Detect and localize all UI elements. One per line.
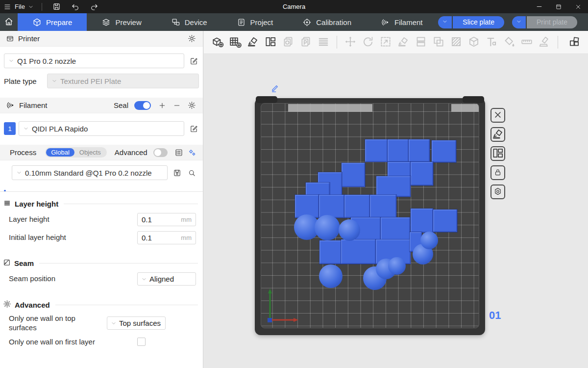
layer-height-input[interactable]: 0.1 mm — [137, 213, 196, 226]
arrange-plate-button[interactable] — [490, 146, 505, 161]
process-preset-select[interactable]: 0.10mm Standard @Q1 Pro 0.2 nozzle — [12, 165, 168, 180]
plate-type-select[interactable]: Textured PEI Plate — [47, 74, 199, 88]
home-button[interactable] — [0, 13, 18, 31]
object-stack-button[interactable] — [315, 33, 332, 51]
model-cube[interactable] — [409, 139, 430, 162]
model-sphere[interactable] — [388, 257, 406, 275]
tab-preview[interactable]: Preview — [87, 13, 156, 31]
save-preset-button[interactable] — [172, 167, 182, 178]
arrange-button[interactable] — [262, 33, 279, 51]
one-wall-top-select[interactable]: Top surfaces — [107, 316, 166, 330]
add-filament-button[interactable] — [157, 100, 168, 111]
print-plate-dropdown[interactable] — [512, 16, 526, 28]
support-paint-button[interactable] — [536, 33, 553, 51]
view-all-settings-button[interactable] — [174, 147, 184, 158]
file-menu[interactable]: File — [4, 3, 34, 11]
model-sphere[interactable] — [420, 232, 438, 249]
remove-filament-button[interactable] — [172, 100, 182, 111]
viewport-3d[interactable]: 01 — [204, 54, 588, 368]
support-icon — [538, 35, 551, 50]
scale-button[interactable] — [377, 33, 394, 51]
tab-filament[interactable]: Filament — [366, 13, 438, 31]
model-cube[interactable] — [319, 240, 342, 264]
redo-button[interactable] — [87, 1, 101, 12]
add-primitive-button[interactable] — [209, 33, 226, 51]
model-cube[interactable] — [433, 210, 457, 232]
one-wall-top-label: Only one wall on top surfaces — [9, 314, 107, 333]
advanced-toggle[interactable] — [153, 148, 168, 157]
auto-orient-button[interactable] — [244, 33, 262, 51]
model-cube[interactable] — [376, 176, 411, 197]
paste-button[interactable] — [297, 33, 315, 51]
model-cube[interactable] — [365, 139, 388, 162]
auto-orient-plate-button[interactable] — [490, 127, 505, 142]
build-plate[interactable] — [255, 98, 485, 335]
model-cube[interactable] — [319, 195, 344, 218]
delete-plate-button[interactable] — [490, 108, 505, 123]
edit-printer-button[interactable] — [188, 55, 199, 66]
seal-toggle[interactable] — [134, 101, 151, 110]
arrange-icon — [491, 147, 504, 161]
maximize-button[interactable] — [549, 0, 568, 13]
model-cube[interactable] — [381, 217, 410, 241]
undo-button[interactable] — [69, 1, 82, 12]
slice-plate-button[interactable]: Slice plate — [453, 16, 504, 28]
copy-button[interactable] — [279, 33, 297, 51]
filament-icon — [6, 101, 15, 110]
text-button[interactable] — [483, 33, 500, 51]
search-settings-button[interactable] — [186, 167, 197, 178]
boolean-button[interactable] — [430, 33, 447, 51]
rotate-button[interactable] — [359, 33, 377, 51]
model-cube[interactable] — [411, 162, 433, 185]
model-sphere[interactable] — [315, 215, 340, 240]
edit-filament-button[interactable] — [188, 123, 199, 134]
filament-preset-select[interactable]: QIDI PLA Rapido — [19, 121, 184, 136]
scope-objects-option[interactable]: Objects — [74, 148, 106, 157]
fill-button[interactable] — [447, 33, 465, 51]
save-button[interactable] — [50, 1, 64, 12]
plate-type-label: Plate type — [4, 77, 47, 85]
parameter-settings-button[interactable] — [188, 147, 197, 158]
measure-button[interactable] — [518, 33, 536, 51]
model-sphere[interactable] — [319, 264, 343, 288]
add-plate-button[interactable] — [226, 33, 244, 51]
plate-settings-button[interactable] — [490, 184, 505, 199]
model-cube[interactable] — [411, 209, 433, 233]
cut-button[interactable] — [465, 33, 483, 51]
model-sphere[interactable] — [339, 219, 360, 241]
one-wall-first-layer-checkbox[interactable] — [137, 338, 146, 346]
lay-on-face-button[interactable] — [394, 33, 412, 51]
model-cube[interactable] — [344, 195, 370, 218]
model-cube[interactable] — [432, 140, 456, 162]
seam-position-select[interactable]: Aligned — [137, 272, 196, 286]
initial-layer-height-input[interactable]: 0.1 mm — [137, 231, 196, 244]
edit-plate-name-button[interactable] — [270, 83, 280, 94]
lock-plate-button[interactable] — [490, 165, 505, 180]
filament-settings-button[interactable] — [186, 100, 197, 111]
printer-preset-select[interactable]: Q1 Pro 0.2 nozzle — [4, 53, 184, 68]
tab-device[interactable]: Device — [156, 13, 222, 31]
assembly-button[interactable] — [565, 33, 583, 51]
split-button[interactable] — [412, 33, 430, 51]
minimize-button[interactable] — [529, 0, 549, 13]
tab-prepare[interactable]: Prepare — [18, 13, 87, 31]
move-button[interactable] — [342, 33, 359, 51]
tab-project[interactable]: Project — [222, 13, 288, 31]
paint-button[interactable] — [500, 33, 518, 51]
model-cube[interactable] — [370, 195, 396, 218]
tab-calibration[interactable]: Calibration — [288, 13, 366, 31]
redo-icon — [90, 2, 98, 11]
model-cube[interactable] — [341, 239, 376, 264]
print-plate-button[interactable]: Print plate — [527, 16, 577, 28]
model-cube[interactable] — [388, 139, 409, 162]
close-button[interactable] — [568, 0, 588, 13]
scope-global-option[interactable]: Global — [46, 148, 74, 157]
plate-number-label[interactable]: 01 — [489, 309, 501, 322]
initial-layer-height-row: Initial layer height 0.1 mm — [0, 229, 203, 247]
filament-slot-badge[interactable]: 1 — [4, 122, 16, 135]
edit-icon — [190, 57, 198, 65]
printer-settings-button[interactable] — [186, 33, 197, 44]
slice-plate-dropdown[interactable] — [438, 16, 452, 28]
model-cube[interactable] — [342, 163, 365, 187]
advanced-toggle-label: Advanced — [115, 148, 147, 157]
